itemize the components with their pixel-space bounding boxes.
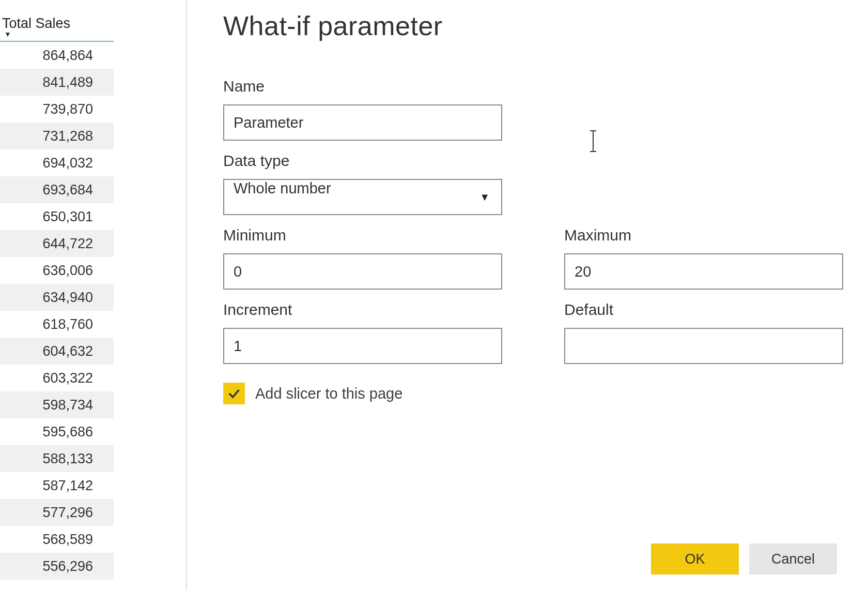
default-input[interactable] — [564, 328, 843, 364]
datatype-label: Data type — [223, 152, 502, 170]
field-group-maximum: Maximum — [564, 226, 843, 290]
table-row[interactable]: 603,322 — [0, 365, 114, 391]
table-row[interactable]: 618,760 — [0, 311, 114, 338]
name-input[interactable] — [223, 104, 502, 141]
dialog-title: What-if parameter — [223, 10, 868, 41]
table-row[interactable]: 864,864 — [0, 42, 114, 69]
table-row[interactable]: 634,940 — [0, 284, 114, 311]
add-slicer-checkbox[interactable] — [223, 383, 245, 404]
increment-input[interactable] — [223, 328, 502, 364]
field-group-default: Default — [564, 301, 843, 364]
field-group-datatype: Data type Whole number ▼ — [223, 152, 502, 215]
column-header-label: Total Sales — [2, 16, 70, 31]
default-label: Default — [564, 301, 843, 319]
add-slicer-row: Add slicer to this page — [223, 383, 868, 404]
table-row[interactable]: 588,133 — [0, 445, 114, 472]
table-row[interactable]: 577,296 — [0, 499, 114, 526]
maximum-label: Maximum — [564, 226, 843, 244]
table-row[interactable]: 595,686 — [0, 418, 114, 445]
datatype-select[interactable]: Whole number — [223, 179, 502, 215]
table-row[interactable]: 694,032 — [0, 149, 114, 176]
table-row[interactable]: 598,734 — [0, 391, 114, 418]
table-body: 864,864841,489739,870731,268694,032693,6… — [0, 42, 114, 580]
table-row[interactable]: 693,684 — [0, 176, 114, 203]
table-row[interactable]: 587,142 — [0, 472, 114, 499]
table-row[interactable]: 841,489 — [0, 69, 114, 96]
field-group-name: Name — [223, 78, 502, 141]
field-group-increment: Increment — [223, 301, 502, 364]
vertical-divider — [186, 0, 187, 590]
total-sales-column: Total Sales ▼ 864,864841,489739,870731,2… — [0, 0, 114, 590]
table-row[interactable]: 604,632 — [0, 338, 114, 365]
table-row[interactable]: 636,006 — [0, 257, 114, 284]
increment-label: Increment — [223, 301, 502, 319]
ok-button[interactable]: OK — [651, 543, 739, 574]
table-row[interactable]: 556,296 — [0, 553, 114, 580]
check-icon — [227, 386, 241, 401]
table-row[interactable]: 644,722 — [0, 230, 114, 257]
table-row[interactable]: 650,301 — [0, 203, 114, 230]
field-group-minimum: Minimum — [223, 226, 502, 290]
table-row[interactable]: 731,268 — [0, 123, 114, 149]
add-slicer-label: Add slicer to this page — [255, 385, 402, 402]
table-row[interactable]: 568,589 — [0, 526, 114, 553]
maximum-input[interactable] — [564, 253, 843, 290]
whatif-parameter-dialog: What-if parameter Name Data type Whole n… — [223, 0, 868, 590]
cancel-button[interactable]: Cancel — [749, 543, 837, 574]
table-row[interactable]: 739,870 — [0, 96, 114, 123]
dialog-footer: OK Cancel — [651, 543, 837, 574]
name-label: Name — [223, 78, 502, 95]
minimum-label: Minimum — [223, 226, 502, 244]
sort-descending-icon: ▼ — [4, 32, 114, 37]
column-header-total-sales[interactable]: Total Sales ▼ — [0, 16, 114, 42]
minimum-input[interactable] — [223, 253, 502, 290]
